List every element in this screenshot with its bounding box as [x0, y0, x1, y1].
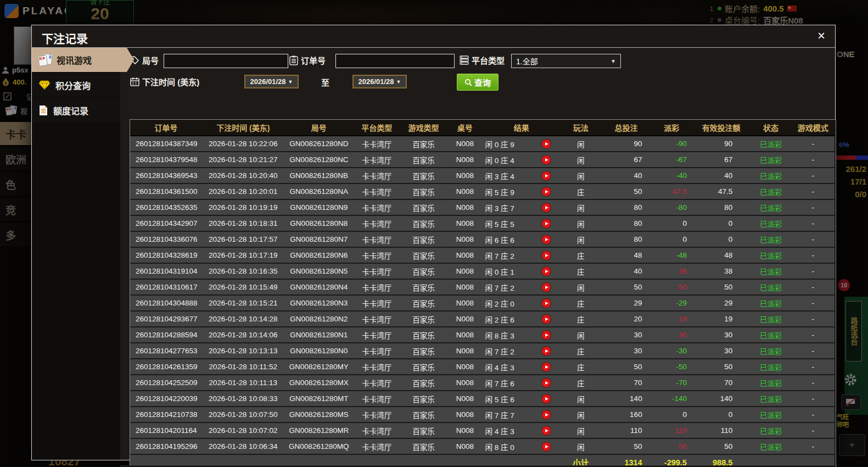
order-number-cell: 260128104352635	[130, 199, 202, 215]
close-button[interactable]: ×	[817, 29, 825, 43]
sidebar-item-points-query[interactable]: 积分查询	[32, 73, 120, 97]
replay-button[interactable]	[542, 394, 551, 403]
date-from-picker[interactable]: 2026/01/28 ▼	[244, 75, 299, 88]
replay-button[interactable]	[542, 140, 551, 148]
game-type-cell: 百家乐	[400, 438, 447, 454]
result-text: 闲 8 庄 3	[485, 330, 530, 341]
total-bet-cell: 30	[601, 343, 651, 359]
status-cell: 已派彩	[750, 407, 791, 422]
game-type-cell: 百家乐	[400, 247, 447, 263]
status-cell: 已派彩	[750, 279, 791, 295]
order-number-cell: 260128104220039	[130, 391, 202, 407]
valid-bet-cell: 90	[692, 136, 750, 152]
replay-button[interactable]	[542, 283, 551, 292]
replay-button[interactable]	[542, 171, 551, 180]
table-number-cell: N008	[447, 247, 483, 263]
replay-button[interactable]	[542, 203, 551, 212]
status-cell: 已派彩	[750, 231, 791, 247]
result-cell: 闲 7 庄 6	[483, 375, 560, 391]
game-mode-cell: -	[792, 311, 835, 327]
bet-side-cell: 闲	[560, 407, 601, 422]
table-row: 2601281043048882026-01-28 10:15:21GN0082…	[130, 295, 835, 311]
chevron-down-icon: ▼	[396, 79, 401, 85]
valid-bet-cell: 30	[692, 343, 750, 359]
round-input[interactable]	[164, 54, 288, 68]
table-row: 2601281043526352026-01-28 10:19:19GN0082…	[130, 199, 835, 215]
sidebar-item-label: 视讯游戏	[57, 53, 92, 66]
total-bet-cell: 80	[601, 231, 651, 247]
label-text: 局号	[142, 54, 159, 66]
valid-bet-cell: 30	[692, 327, 750, 343]
total-bet-cell: 50	[601, 184, 651, 199]
clipboard-icon	[289, 55, 298, 65]
replay-button[interactable]	[542, 426, 551, 435]
result-text: 闲 5 庄 9	[485, 186, 530, 197]
replay-button[interactable]	[542, 363, 551, 371]
column-header: 有效投注额	[692, 120, 750, 136]
game-mode-cell: -	[792, 438, 835, 454]
game-mode-cell: -	[792, 184, 835, 199]
replay-button[interactable]	[542, 187, 551, 196]
bet-time-cell: 2026-01-28 10:11:13	[202, 375, 285, 391]
total-bet-cell: 140	[601, 391, 651, 407]
order-input[interactable]	[335, 54, 455, 68]
game-type-cell: 百家乐	[400, 343, 447, 359]
table-row: 2601281043695432026-01-28 10:20:40GN0082…	[130, 168, 835, 184]
replay-button[interactable]	[542, 299, 551, 308]
replay-button[interactable]	[542, 251, 551, 260]
search-button[interactable]: 查询	[457, 74, 499, 91]
replay-button[interactable]	[542, 442, 551, 451]
sidebar-item-video-games[interactable]: 9K♥ 视讯游戏	[32, 48, 134, 72]
result-text: 闲 5 庄 5	[485, 218, 530, 229]
total-bet-cell: 160	[601, 407, 651, 422]
result-text: 闲 0 庄 1	[485, 266, 530, 277]
cards-icon: 9K♥	[38, 54, 52, 66]
replay-button[interactable]	[542, 235, 551, 244]
status-cell: 已派彩	[750, 184, 791, 199]
replay-button[interactable]	[542, 315, 551, 324]
table-row: 2601281042613592026-01-28 10:11:52GN0082…	[130, 359, 835, 375]
bet-time-cell: 2026-01-28 10:16:35	[202, 263, 285, 279]
bet-time-cell: 2026-01-28 10:19:19	[202, 199, 285, 215]
sidebar-item-quota-records[interactable]: 额度记录	[32, 98, 120, 123]
result-text: 闲 7 庄 6	[485, 377, 530, 388]
valid-bet-cell: 80	[692, 199, 750, 215]
table-row: 2601281043360762026-01-28 10:17:57GN0082…	[130, 231, 835, 247]
result-cell: 闲 0 庄 9	[483, 136, 560, 152]
valid-bet-cell: 48	[692, 247, 750, 263]
table-row: 2601281042936772026-01-28 10:14:28GN0082…	[130, 311, 835, 327]
column-header: 结果	[483, 120, 560, 136]
platform-select[interactable]: 1.全部 ▼	[511, 54, 621, 68]
valid-bet-cell: 50	[692, 279, 750, 295]
to-label: 至	[321, 76, 329, 88]
payout-cell: -50	[651, 359, 692, 375]
total-bet-cell: 29	[601, 295, 651, 311]
sidebar-item-label: 额度记录	[53, 104, 88, 117]
status-cell: 已派彩	[750, 375, 791, 391]
total-bet-cell: 30	[601, 327, 651, 343]
replay-button[interactable]	[542, 347, 551, 355]
bet-side-cell: 闲	[560, 279, 601, 295]
date-to-value: 2026/01/28	[359, 77, 394, 86]
replay-button[interactable]	[542, 219, 551, 228]
total-bet-cell: 40	[601, 263, 651, 279]
date-to-picker[interactable]: 2026/01/28 ▼	[352, 75, 407, 88]
bet-time-cell: 2026-01-28 10:06:34	[202, 438, 285, 454]
column-header: 平台类型	[354, 120, 400, 136]
replay-button[interactable]	[542, 379, 551, 387]
replay-button[interactable]	[542, 331, 551, 340]
column-header: 桌号	[447, 120, 483, 136]
replay-button[interactable]	[542, 155, 551, 164]
round-id-cell: GN008261280MT	[284, 391, 353, 407]
platform-cell: 卡卡湾厅	[354, 327, 400, 343]
status-cell: 已派彩	[750, 438, 791, 454]
label-text: 订单号	[301, 54, 326, 66]
replay-button[interactable]	[542, 267, 551, 276]
table-number-cell: N008	[447, 136, 483, 152]
game-mode-cell: -	[792, 136, 835, 152]
replay-button[interactable]	[542, 410, 551, 419]
payout-cell: 0	[651, 215, 692, 231]
order-number-cell: 260128104210738	[130, 407, 202, 422]
game-type-cell: 百家乐	[400, 136, 447, 152]
bet-time-cell: 2026-01-28 10:17:19	[202, 247, 285, 263]
